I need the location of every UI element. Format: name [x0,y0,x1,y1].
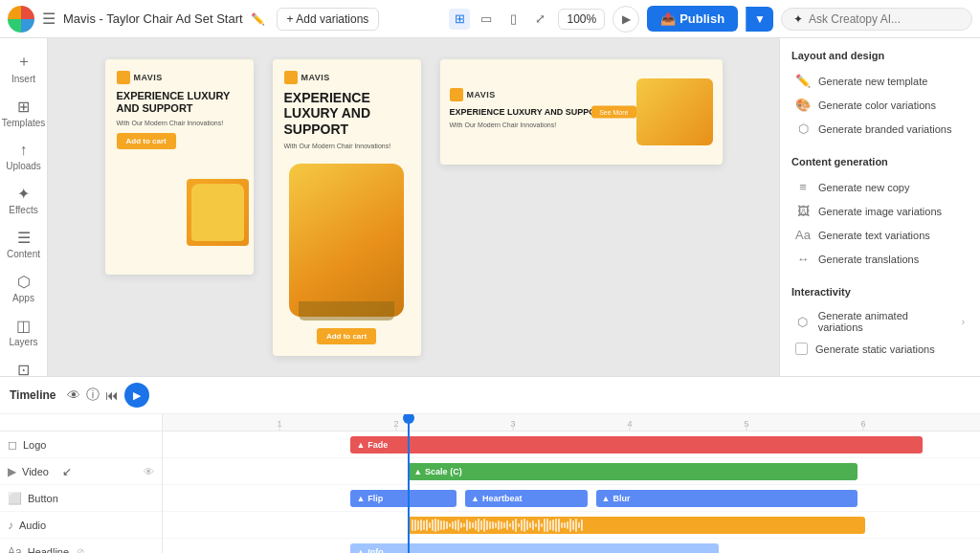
timeline-eye-icon[interactable]: 👁 [67,387,80,403]
timeline-area: Timeline 👁 ⓘ ⏮ ▶ ◻ Logo ▶ Video ↙ 👁 ⬜ Bu… [0,376,980,553]
timeline-info-icon[interactable]: ⓘ [86,387,100,404]
view-mode-controls: ⊞ ▭ ▯ ⤢ [449,9,550,30]
tl-track-headline[interactable]: ▲Info [163,539,980,553]
sidebar-item-sizes[interactable]: ⊡ Sizes [3,355,45,376]
tl-track-button[interactable]: ▲Flip▲Heartbeat▲Blur [163,485,980,512]
tl-bar-button[interactable]: ▲Flip [350,490,457,507]
headline-hidden-icon: ⊘ [77,546,84,553]
ad-card-3[interactable]: MAVIS EXPERIENCE LUXURY AND SUPPORT With… [440,59,723,165]
mobile-view-icon[interactable]: ▯ [502,9,523,30]
ai-search-bar: ✦ [781,8,972,31]
tl-bar-button[interactable]: ▲Blur [596,490,858,507]
app-logo[interactable] [8,6,34,33]
cursor-icon: ↙ [62,465,72,478]
ad1-logo-icon [117,71,130,84]
tl-track-logo[interactable]: ▲Fade [163,431,980,458]
ai-icon: ✦ [793,12,803,26]
ad2-headline: EXPERIENCE LUXURY AND SUPPORT [284,90,410,138]
menu-icon[interactable]: ☰ [42,10,56,28]
logo-track-icon: ◻ [8,438,17,452]
timeline-body: ◻ Logo ▶ Video ↙ 👁 ⬜ Button ♪ Audio Aa H… [0,414,980,553]
tl-track-audio[interactable] [163,512,980,539]
publish-icon: 📤 [660,11,676,26]
ad2-subtext: With Our Modern Chair Innovations! [284,142,410,150]
audio-bar[interactable] [408,517,865,534]
publish-dropdown-button[interactable]: ▼ [746,7,773,32]
timeline-play-button[interactable]: ▶ [124,383,149,408]
ad3-see-more-button[interactable]: See More [591,105,635,118]
ad1-subtext: With Our Modern Chair Innovations! [117,119,242,127]
ad1-cta-button[interactable]: Add to cart [117,133,176,149]
canvas-content: MAVIS EXPERIENCE LUXURY AND SUPPORT With… [86,40,742,375]
uploads-icon: ↑ [20,142,28,159]
interactivity-section: Interactivity ⬡ Generate animated variat… [791,286,969,360]
ad3-subtext: With Our Modern Chair Innovations! [450,121,627,129]
timeline-title: Timeline [10,388,56,402]
desktop-view-icon[interactable]: ⊞ [449,9,470,30]
timeline-skip-start-icon[interactable]: ⏮ [105,387,119,403]
generate-text-variations-item[interactable]: Aa Generate text variations [791,223,969,247]
generate-new-template-item[interactable]: ✏️ Generate new template [791,69,969,93]
tablet-view-icon[interactable]: ▭ [476,9,497,30]
preview-icon[interactable]: ▶ [612,6,639,33]
generate-new-copy-item[interactable]: ≡ Generate new copy [791,175,969,199]
tl-bar-button[interactable]: ▲Heartbeat [465,490,588,507]
tl-bar-video[interactable]: ▲Scale (C) [408,463,858,480]
ai-search-input[interactable] [809,12,943,26]
bar-animation-icon: ▲ [413,467,422,476]
bar-animation-icon: ▲ [356,494,365,503]
ad-card-1[interactable]: MAVIS EXPERIENCE LUXURY AND SUPPORT With… [105,59,254,275]
generate-branded-variations-item[interactable]: ⬡ Generate branded variations [791,117,969,141]
sidebar-item-insert[interactable]: ＋ Insert [3,46,45,90]
zoom-control[interactable]: 100% [558,9,605,30]
layout-design-section: Layout and design ✏️ Generate new templa… [791,50,969,141]
timeline-tracks[interactable]: 123456 ▲Fade▲Scale (C)▲Flip▲Heartbeat▲Bl… [163,414,980,553]
sidebar-item-layers[interactable]: ◫ Layers [3,311,45,353]
color-icon: 🎨 [795,98,811,112]
fullscreen-view-icon[interactable]: ⤢ [529,9,550,30]
ruler-line-1 [279,423,280,431]
sidebar-item-content[interactable]: ☰ Content [3,223,45,265]
sidebar-item-templates[interactable]: ⊞ Templates [3,92,45,134]
button-track-icon: ⬜ [8,492,22,505]
ruler-line-5 [746,423,747,431]
audio-track-icon: ♪ [8,519,13,532]
tl-track-video[interactable]: ▲Scale (C) [163,458,980,485]
topbar: ☰ Mavis - Taylor Chair Ad Set Start ✏️ +… [0,0,980,38]
generate-static-variations-item[interactable]: Generate static variations [791,338,969,360]
sidebar-item-effects[interactable]: ✦ Effects [3,179,45,221]
headline-track-icon: Aa [8,545,22,554]
timeline-tracks-body: ▲Fade▲Scale (C)▲Flip▲Heartbeat▲Blur▲Info… [163,431,980,553]
generate-translations-item[interactable]: ↔ Generate translations [791,247,969,271]
ad1-headline: EXPERIENCE LUXURY AND SUPPORT [117,90,242,115]
ruler-line-4 [630,423,631,431]
left-sidebar: ＋ Insert ⊞ Templates ↑ Uploads ✦ Effects… [0,38,48,376]
bar-animation-icon: ▲ [602,494,611,503]
template-icon: ✏️ [795,74,811,88]
sidebar-item-apps[interactable]: ⬡ Apps [3,267,45,309]
sidebar-item-uploads[interactable]: ↑ Uploads [3,136,45,177]
generate-color-variations-item[interactable]: 🎨 Generate color variations [791,93,969,117]
ad2-logo-icon [284,71,298,84]
video-visibility-icon[interactable]: 👁 [144,466,154,477]
ad2-cta-button[interactable]: Add to cart [317,328,376,344]
content-generation-section: Content generation ≡ Generate new copy 🖼… [791,156,969,271]
ad-card-2[interactable]: MAVIS EXPERIENCE LUXURY AND SUPPORT With… [273,59,421,356]
publish-button[interactable]: 📤 Publish [647,6,738,32]
canvas-area[interactable]: MAVIS EXPERIENCE LUXURY AND SUPPORT With… [48,38,779,376]
layers-icon: ◫ [16,317,31,335]
add-variations-button[interactable]: + Add variations [277,8,380,31]
ad2-logo: MAVIS [284,71,410,84]
generate-animated-variations-item[interactable]: ⬡ Generate animated variations › [791,305,969,338]
animated-icon: ⬡ [795,315,811,329]
edit-title-icon[interactable]: ✏️ [251,12,265,26]
ad1-chair-image [187,179,249,246]
generate-image-variations-item[interactable]: 🖼 Generate image variations [791,199,969,223]
tl-bar-headline[interactable]: ▲Info [350,543,718,553]
timeline-playhead[interactable] [408,414,410,553]
arrow-right-icon: › [962,317,965,327]
static-variations-checkbox[interactable] [795,343,808,355]
tl-bar-logo[interactable]: ▲Fade [350,436,923,453]
timeline-ruler: 123456 [163,414,980,431]
content-icon: ☰ [17,229,31,247]
